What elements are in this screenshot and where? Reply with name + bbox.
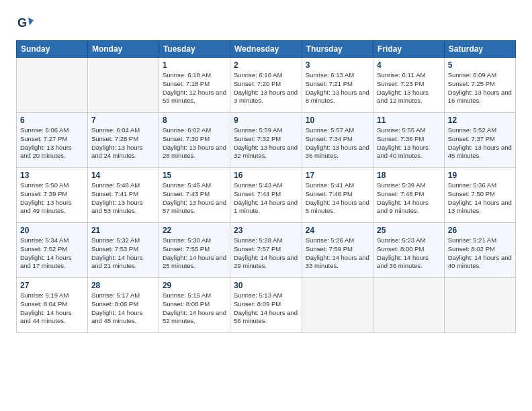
day-number: 10 bbox=[306, 116, 369, 125]
day-number: 8 bbox=[163, 116, 226, 125]
day-number: 29 bbox=[163, 281, 226, 290]
day-info: Sunrise: 5:41 AM Sunset: 7:46 PM Dayligh… bbox=[306, 181, 369, 216]
day-info: Sunrise: 6:13 AM Sunset: 7:21 PM Dayligh… bbox=[306, 71, 369, 105]
day-info: Sunrise: 5:45 AM Sunset: 7:43 PM Dayligh… bbox=[163, 181, 226, 216]
logo-icon: G bbox=[16, 13, 35, 32]
day-info: Sunrise: 5:59 AM Sunset: 7:32 PM Dayligh… bbox=[234, 126, 298, 161]
day-number: 30 bbox=[234, 281, 298, 290]
day-info: Sunrise: 6:11 AM Sunset: 7:23 PM Dayligh… bbox=[377, 71, 441, 105]
day-info: Sunrise: 5:39 AM Sunset: 7:48 PM Dayligh… bbox=[377, 181, 441, 216]
day-info: Sunrise: 5:52 AM Sunset: 7:37 PM Dayligh… bbox=[448, 126, 512, 161]
day-number: 18 bbox=[377, 171, 441, 180]
day-info: Sunrise: 6:06 AM Sunset: 7:27 PM Dayligh… bbox=[20, 126, 84, 161]
day-info: Sunrise: 5:50 AM Sunset: 7:39 PM Dayligh… bbox=[20, 181, 84, 216]
calendar-week-row: 27Sunrise: 5:19 AM Sunset: 8:04 PM Dayli… bbox=[17, 278, 516, 333]
calendar-cell: 22Sunrise: 5:30 AM Sunset: 7:55 PM Dayli… bbox=[159, 223, 230, 278]
day-info: Sunrise: 5:17 AM Sunset: 8:06 PM Dayligh… bbox=[91, 291, 155, 326]
calendar-cell: 25Sunrise: 5:23 AM Sunset: 8:00 PM Dayli… bbox=[373, 223, 445, 278]
day-number: 15 bbox=[163, 171, 226, 180]
day-number: 22 bbox=[163, 226, 226, 235]
day-info: Sunrise: 5:36 AM Sunset: 7:50 PM Dayligh… bbox=[448, 181, 512, 216]
day-info: Sunrise: 5:26 AM Sunset: 7:59 PM Dayligh… bbox=[306, 236, 369, 271]
calendar-cell: 23Sunrise: 5:28 AM Sunset: 7:57 PM Dayli… bbox=[230, 223, 302, 278]
day-number: 6 bbox=[20, 116, 84, 125]
day-number: 20 bbox=[20, 226, 84, 235]
calendar-cell: 5Sunrise: 6:09 AM Sunset: 7:25 PM Daylig… bbox=[444, 58, 515, 113]
day-number: 5 bbox=[448, 60, 512, 70]
day-number: 13 bbox=[20, 171, 84, 180]
calendar-cell: 30Sunrise: 5:13 AM Sunset: 8:09 PM Dayli… bbox=[230, 278, 302, 333]
day-info: Sunrise: 6:18 AM Sunset: 7:18 PM Dayligh… bbox=[163, 71, 226, 105]
day-number: 4 bbox=[377, 60, 441, 70]
calendar-cell: 27Sunrise: 5:19 AM Sunset: 8:04 PM Dayli… bbox=[17, 278, 88, 333]
day-number: 24 bbox=[306, 226, 369, 235]
weekday-header-row: SundayMondayTuesdayWednesdayThursdayFrid… bbox=[17, 41, 516, 58]
calendar-cell: 18Sunrise: 5:39 AM Sunset: 7:48 PM Dayli… bbox=[373, 168, 445, 223]
day-number: 28 bbox=[91, 281, 155, 290]
calendar-week-row: 1Sunrise: 6:18 AM Sunset: 7:18 PM Daylig… bbox=[17, 58, 516, 113]
day-info: Sunrise: 5:13 AM Sunset: 8:09 PM Dayligh… bbox=[234, 291, 298, 326]
weekday-header-thursday: Thursday bbox=[302, 41, 373, 58]
calendar-week-row: 13Sunrise: 5:50 AM Sunset: 7:39 PM Dayli… bbox=[17, 168, 516, 223]
calendar-cell: 3Sunrise: 6:13 AM Sunset: 7:21 PM Daylig… bbox=[302, 58, 373, 113]
calendar-cell: 28Sunrise: 5:17 AM Sunset: 8:06 PM Dayli… bbox=[87, 278, 159, 333]
day-info: Sunrise: 5:23 AM Sunset: 8:00 PM Dayligh… bbox=[377, 236, 441, 271]
calendar-cell: 19Sunrise: 5:36 AM Sunset: 7:50 PM Dayli… bbox=[444, 168, 515, 223]
day-info: Sunrise: 5:21 AM Sunset: 8:02 PM Dayligh… bbox=[448, 236, 512, 271]
day-number: 3 bbox=[306, 60, 369, 70]
day-info: Sunrise: 6:09 AM Sunset: 7:25 PM Dayligh… bbox=[448, 71, 512, 105]
day-number: 1 bbox=[163, 60, 226, 70]
calendar-cell: 15Sunrise: 5:45 AM Sunset: 7:43 PM Dayli… bbox=[159, 168, 230, 223]
day-info: Sunrise: 5:15 AM Sunset: 8:08 PM Dayligh… bbox=[163, 291, 226, 326]
calendar-week-row: 20Sunrise: 5:34 AM Sunset: 7:52 PM Dayli… bbox=[17, 223, 516, 278]
day-info: Sunrise: 5:57 AM Sunset: 7:34 PM Dayligh… bbox=[306, 126, 369, 161]
weekday-header-saturday: Saturday bbox=[444, 41, 515, 58]
day-number: 7 bbox=[91, 116, 155, 125]
calendar-cell: 4Sunrise: 6:11 AM Sunset: 7:23 PM Daylig… bbox=[373, 58, 445, 113]
calendar-cell: 7Sunrise: 6:04 AM Sunset: 7:28 PM Daylig… bbox=[87, 113, 159, 168]
weekday-header-sunday: Sunday bbox=[17, 41, 88, 58]
logo: G bbox=[16, 13, 38, 32]
calendar-cell: 10Sunrise: 5:57 AM Sunset: 7:34 PM Dayli… bbox=[302, 113, 373, 168]
weekday-header-monday: Monday bbox=[87, 41, 159, 58]
day-number: 2 bbox=[234, 60, 298, 70]
calendar-cell: 2Sunrise: 6:16 AM Sunset: 7:20 PM Daylig… bbox=[230, 58, 302, 113]
calendar-cell bbox=[373, 278, 445, 333]
day-info: Sunrise: 5:32 AM Sunset: 7:53 PM Dayligh… bbox=[91, 236, 155, 271]
header: G bbox=[16, 13, 516, 32]
calendar-cell: 13Sunrise: 5:50 AM Sunset: 7:39 PM Dayli… bbox=[17, 168, 88, 223]
calendar-cell: 17Sunrise: 5:41 AM Sunset: 7:46 PM Dayli… bbox=[302, 168, 373, 223]
calendar-cell: 21Sunrise: 5:32 AM Sunset: 7:53 PM Dayli… bbox=[87, 223, 159, 278]
day-info: Sunrise: 6:16 AM Sunset: 7:20 PM Dayligh… bbox=[234, 71, 298, 105]
calendar-cell bbox=[302, 278, 373, 333]
day-number: 14 bbox=[91, 171, 155, 180]
calendar-week-row: 6Sunrise: 6:06 AM Sunset: 7:27 PM Daylig… bbox=[17, 113, 516, 168]
calendar-cell bbox=[87, 58, 159, 113]
calendar-cell: 11Sunrise: 5:55 AM Sunset: 7:36 PM Dayli… bbox=[373, 113, 445, 168]
day-number: 16 bbox=[234, 171, 298, 180]
day-number: 19 bbox=[448, 171, 512, 180]
day-info: Sunrise: 5:43 AM Sunset: 7:44 PM Dayligh… bbox=[234, 181, 298, 216]
weekday-header-friday: Friday bbox=[373, 41, 445, 58]
calendar-cell: 14Sunrise: 5:48 AM Sunset: 7:41 PM Dayli… bbox=[87, 168, 159, 223]
calendar-cell: 29Sunrise: 5:15 AM Sunset: 8:08 PM Dayli… bbox=[159, 278, 230, 333]
day-number: 21 bbox=[91, 226, 155, 235]
day-number: 27 bbox=[20, 281, 84, 290]
svg-text:G: G bbox=[17, 16, 27, 30]
day-info: Sunrise: 5:28 AM Sunset: 7:57 PM Dayligh… bbox=[234, 236, 298, 271]
calendar-cell: 9Sunrise: 5:59 AM Sunset: 7:32 PM Daylig… bbox=[230, 113, 302, 168]
day-number: 25 bbox=[377, 226, 441, 235]
calendar-cell: 24Sunrise: 5:26 AM Sunset: 7:59 PM Dayli… bbox=[302, 223, 373, 278]
day-number: 12 bbox=[448, 116, 512, 125]
calendar-cell: 12Sunrise: 5:52 AM Sunset: 7:37 PM Dayli… bbox=[444, 113, 515, 168]
calendar-cell: 6Sunrise: 6:06 AM Sunset: 7:27 PM Daylig… bbox=[17, 113, 88, 168]
weekday-header-tuesday: Tuesday bbox=[159, 41, 230, 58]
page: G SundayMondayTuesdayWednesdayThursdayFr… bbox=[0, 0, 532, 347]
day-info: Sunrise: 6:02 AM Sunset: 7:30 PM Dayligh… bbox=[163, 126, 226, 161]
day-info: Sunrise: 6:04 AM Sunset: 7:28 PM Dayligh… bbox=[91, 126, 155, 161]
svg-marker-2 bbox=[28, 17, 34, 26]
day-info: Sunrise: 5:55 AM Sunset: 7:36 PM Dayligh… bbox=[377, 126, 441, 161]
day-number: 17 bbox=[306, 171, 369, 180]
calendar-cell: 20Sunrise: 5:34 AM Sunset: 7:52 PM Dayli… bbox=[17, 223, 88, 278]
calendar-cell bbox=[444, 278, 515, 333]
